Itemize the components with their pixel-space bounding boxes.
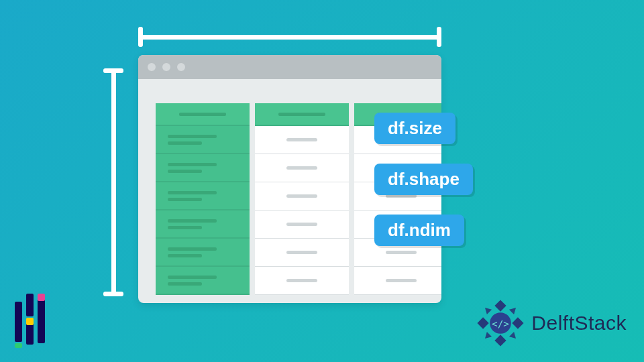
table-row <box>156 239 250 267</box>
table-row <box>156 154 250 182</box>
window-dot <box>177 63 185 71</box>
delftstack-icon: </> <box>476 299 525 347</box>
ruler-cap <box>437 27 441 47</box>
table-header-cell <box>156 103 250 126</box>
ruler-bar <box>111 68 116 296</box>
svg-marker-0 <box>495 300 506 311</box>
window-dot <box>162 63 170 71</box>
svg-marker-2 <box>478 317 489 328</box>
ruler-bar <box>138 35 441 40</box>
table-row <box>255 239 349 267</box>
delftstack-brand: </> DelftStack <box>476 299 627 347</box>
table-row <box>255 210 349 239</box>
ruler-cap <box>103 292 123 296</box>
table-header-cell <box>255 103 349 126</box>
table-row <box>255 126 349 154</box>
attribute-label-ndim: df.ndim <box>374 215 464 246</box>
svg-marker-5 <box>509 308 516 314</box>
svg-marker-7 <box>509 332 516 339</box>
svg-marker-3 <box>513 317 524 328</box>
svg-marker-6 <box>485 332 492 339</box>
table-row <box>156 126 250 154</box>
table-index-column <box>156 103 250 295</box>
table-row <box>156 210 250 239</box>
table-row <box>354 267 441 295</box>
svg-marker-1 <box>495 335 506 346</box>
delftstack-name: DelftStack <box>531 312 627 335</box>
pandas-icon <box>15 294 55 347</box>
window-dot <box>148 63 156 71</box>
window-titlebar <box>138 55 441 79</box>
svg-marker-4 <box>485 308 492 314</box>
svg-text:</>: </> <box>492 318 509 329</box>
width-ruler <box>138 28 441 46</box>
table-row <box>156 267 250 295</box>
table-row <box>156 182 250 210</box>
attribute-label-shape: df.shape <box>374 164 473 195</box>
table-row <box>255 154 349 182</box>
table-row <box>255 267 349 295</box>
height-ruler <box>105 68 122 296</box>
table-column <box>255 103 349 295</box>
table-row <box>255 182 349 210</box>
attribute-label-size: df.size <box>374 113 455 144</box>
